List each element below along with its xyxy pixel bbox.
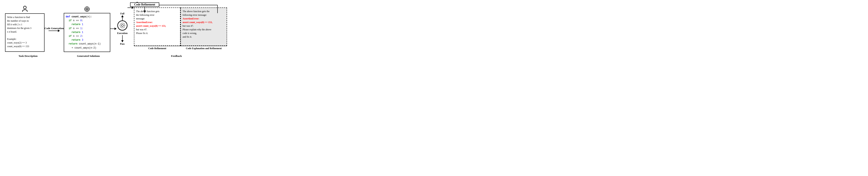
pass-arrow: Pass [120,35,125,46]
task-box: Write a function to findthe number of wa… [5,13,44,52]
feedback-row: The above function getsthe following err… [127,7,227,50]
feedback-bottom-label: Feedback [130,54,223,58]
code-content: def count_ways(n): if n == 0: return 1 i… [66,15,108,50]
exec-row: Fail Execution [110,12,127,46]
top-refinement-label: Code Refinement [130,2,159,7]
bottom-labels-row: Task Description Generated Solutions Fee… [3,54,286,58]
top-arrowhead [144,10,146,12]
fail-line [122,16,123,21]
svg-point-8 [121,25,123,27]
feedback-right-box: The above function gets thefollowing err… [181,7,227,46]
exec-left-arrow [110,29,116,29]
feedback-left-wrapper: The above function getsthe following err… [134,7,181,50]
gear-icon [117,21,127,31]
exec-fail-label: Fail [120,12,124,15]
exec-gear-area: Fail Execution [117,12,127,46]
feedback-left-box: The above function getsthe following err… [134,7,181,46]
code-bottom-label: Generated Solutions [65,54,112,58]
fail-arrow: Fail [120,12,124,21]
feedback-left-label: Code Refinement [134,46,181,50]
code-refinement-top-area: Code Refinement [3,2,286,12]
code-gen-arrow-line [49,31,60,31]
feedback-left-text: The above function getsthe following err… [136,9,179,35]
svg-point-9 [120,23,125,28]
code-section: def count_ways(n): if n == 0: return 1 i… [64,6,110,52]
pass-line [122,35,123,40]
code-gen-label: Code Generation [44,27,64,30]
exec-h-line [110,29,116,29]
exec-h-arrowhead [115,28,117,30]
code-box: def count_ways(n): if n == 0: return 1 i… [64,13,110,52]
feedback-right-label: Code Explanation and Refinement [181,46,227,50]
top-refinement-wrapper: Code Refinement [130,2,159,12]
task-section: Write a function to findthe number of wa… [5,6,44,52]
task-bottom-label: Task Description [5,54,51,58]
task-text: Write a function to findthe number of wa… [7,16,42,48]
feedback-right-text: The above function gets thefollowing err… [183,9,225,39]
gear-svg [119,23,125,29]
diagram-container: Code Refinement Write a function to find… [3,2,286,57]
fail-arrowhead [121,15,124,17]
execution-label: Execution [117,32,127,35]
feedback-section: The above function getsthe following err… [127,7,227,50]
feedback-right-wrapper: The above function gets thefollowing err… [181,7,227,50]
pass-arrowhead [121,40,124,42]
execution-block: Fail Execution [110,12,127,46]
code-gen-arrow: Code Generation [44,27,64,31]
exec-pass-label: Pass [120,42,125,46]
top-arrow-line [145,7,145,10]
